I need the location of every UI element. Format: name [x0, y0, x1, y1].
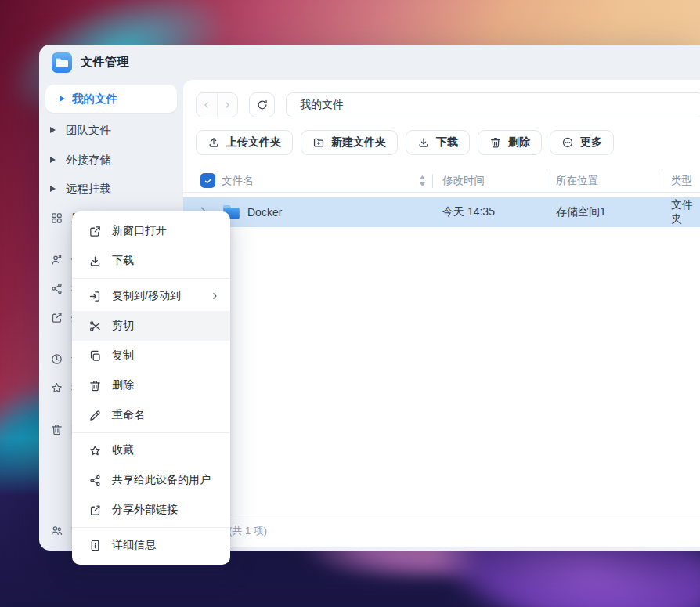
chevron-left-icon [202, 100, 211, 110]
menu-item-share-device-users[interactable]: 共享给此设备的用户 [72, 465, 230, 495]
menu-item-favorite[interactable]: 收藏 [72, 435, 230, 465]
expand-triangle-icon[interactable] [39, 185, 66, 193]
column-divider [662, 174, 662, 188]
menu-item-copy-move-to[interactable]: 复制到/移动到 [72, 281, 230, 311]
trash-icon [489, 136, 502, 149]
star-icon [88, 444, 102, 457]
app-folder-icon [52, 52, 72, 73]
person-share-icon [50, 253, 63, 266]
chevron-right-icon [222, 100, 232, 110]
menu-item-cut[interactable]: 剪切 [72, 311, 230, 341]
trash-icon [88, 379, 102, 392]
menu-separator [72, 278, 230, 279]
table-header: 文件名 修改时间 所在位置 类型 [183, 169, 700, 193]
clock-icon [50, 352, 63, 366]
back-button[interactable] [197, 93, 218, 117]
check-icon [204, 176, 213, 186]
menu-separator [72, 432, 230, 433]
new-folder-icon [312, 136, 325, 149]
menu-item-copy[interactable]: 复制 [72, 341, 230, 370]
menu-item-rename[interactable]: 重命名 [72, 400, 230, 430]
path-breadcrumb-field[interactable]: 我的文件 [286, 92, 700, 117]
refresh-button[interactable] [249, 92, 275, 117]
copy-move-icon [88, 290, 102, 303]
navigation-row: 我的文件 [183, 92, 700, 117]
table-row-docker[interactable]: Docker 今天 14:35 存储空间1 文件夹 [183, 197, 700, 227]
share-icon [50, 282, 63, 295]
star-icon [50, 381, 63, 395]
more-button[interactable]: 更多 [550, 130, 614, 155]
trash-icon [50, 423, 63, 436]
column-divider [432, 174, 433, 188]
download-icon [417, 136, 430, 149]
file-location: 存储空间1 [556, 197, 606, 227]
info-icon [88, 539, 102, 552]
select-all-checkbox[interactable] [200, 173, 215, 188]
menu-item-delete[interactable]: 删除 [72, 370, 230, 400]
menu-item-download[interactable]: 下载 [72, 246, 230, 276]
file-name: Docker [247, 197, 282, 227]
share-icon [88, 474, 102, 487]
current-path: 我的文件 [300, 98, 344, 112]
sort-arrows-icon[interactable] [419, 175, 426, 187]
copy-icon [88, 349, 102, 363]
menu-item-open-new-window[interactable]: 新窗口打开 [72, 216, 230, 246]
menu-separator [72, 527, 230, 528]
upload-folder-button[interactable]: 上传文件夹 [196, 130, 293, 155]
delete-button[interactable]: 删除 [478, 130, 542, 155]
content-panel: 我的文件 上传文件夹 新建文件夹 下载 删除 更多 [183, 80, 700, 547]
external-share-icon [50, 311, 63, 324]
download-icon [88, 255, 102, 268]
file-type: 文件夹 [671, 197, 700, 227]
external-share-icon [88, 504, 102, 517]
column-header-modified[interactable]: 修改时间 [442, 169, 485, 193]
new-folder-button[interactable]: 新建文件夹 [301, 130, 398, 155]
file-modified: 今天 14:35 [442, 197, 495, 227]
download-button[interactable]: 下载 [406, 130, 470, 155]
refresh-icon [256, 99, 269, 111]
menu-item-share-external-link[interactable]: 分享外部链接 [72, 495, 230, 525]
upload-icon [207, 136, 220, 149]
action-toolbar: 上传文件夹 新建文件夹 下载 删除 更多 [183, 130, 700, 155]
grid-icon [50, 211, 63, 225]
scissors-icon [88, 320, 102, 333]
more-circle-icon [561, 136, 574, 149]
users-icon [50, 524, 63, 537]
context-menu: 新窗口打开 下载 复制到/移动到 剪切 复制 删除 重命名 收藏 共享给此设备的… [72, 211, 230, 565]
open-new-window-icon [88, 225, 102, 238]
history-buttons [196, 92, 238, 117]
column-header-type[interactable]: 类型 [671, 169, 692, 193]
expand-triangle-icon[interactable] [39, 156, 66, 164]
sidebar-item-external-storage[interactable]: 外接存储 [39, 147, 183, 172]
app-title: 文件管理 [81, 55, 129, 70]
sidebar-item-remote-mount[interactable]: 远程挂载 [39, 176, 183, 201]
menu-item-details[interactable]: 详细信息 [72, 530, 230, 560]
expand-triangle-icon[interactable] [52, 95, 72, 103]
submenu-chevron-icon [210, 291, 219, 301]
forward-button[interactable] [218, 93, 238, 117]
column-header-location[interactable]: 所在位置 [556, 169, 598, 193]
sidebar-item-my-files[interactable]: 我的文件 [45, 85, 177, 113]
column-header-name[interactable]: 文件名 [222, 169, 254, 193]
status-bar: (共 1 项) [183, 515, 700, 547]
sidebar-item-team-files[interactable]: 团队文件 [39, 117, 183, 143]
title-bar: 文件管理 [39, 45, 368, 80]
item-count: (共 1 项) [229, 524, 267, 538]
column-divider [547, 174, 547, 188]
expand-triangle-icon[interactable] [39, 126, 66, 134]
rename-icon [88, 409, 102, 422]
